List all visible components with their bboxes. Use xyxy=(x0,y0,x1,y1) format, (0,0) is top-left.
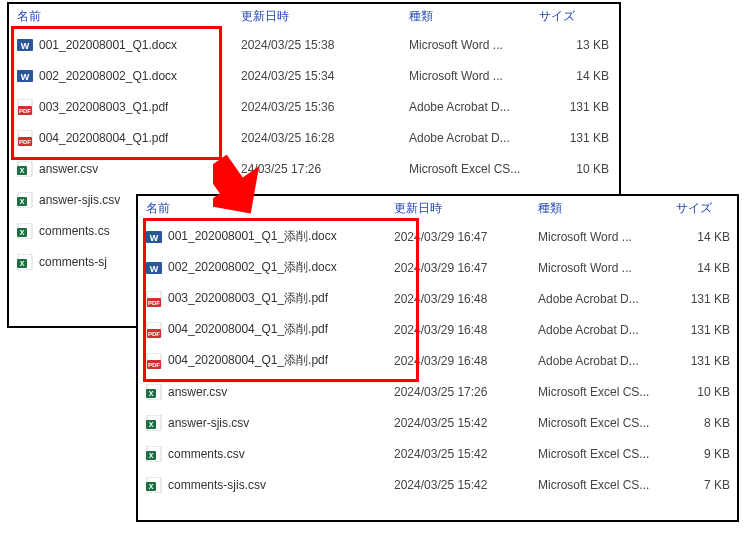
svg-text:X: X xyxy=(149,390,154,397)
file-date-cell: 2024/03/25 15:42 xyxy=(394,416,538,430)
file-name-cell[interactable]: PDF 004_202008004_Q1_添削.pdf xyxy=(146,352,394,369)
file-row[interactable]: X answer-sjis.csv2024/03/25 15:42Microso… xyxy=(138,407,737,438)
excel-icon: X xyxy=(17,161,33,177)
file-date-cell: 2024/03/29 16:48 xyxy=(394,292,538,306)
file-name-cell[interactable]: PDF 003_202008003_Q1_添削.pdf xyxy=(146,290,394,307)
svg-text:PDF: PDF xyxy=(148,331,160,337)
file-name-cell[interactable]: PDF 004_202008004_Q1_添削.pdf xyxy=(146,321,394,338)
file-date-cell: 2024/03/29 16:48 xyxy=(394,354,538,368)
file-size-cell: 131 KB xyxy=(676,323,736,337)
file-size-cell: 7 KB xyxy=(676,478,736,492)
file-name-label: answer-sjis.csv xyxy=(39,193,120,207)
svg-text:PDF: PDF xyxy=(148,362,160,368)
file-name-cell[interactable]: W 001_202008001_Q1_添削.docx xyxy=(146,228,394,245)
file-name-label: 002_202008002_Q1_添削.docx xyxy=(168,259,337,276)
file-name-label: comments-sj xyxy=(39,255,107,269)
file-name-label: comments.csv xyxy=(168,447,245,461)
file-name-cell[interactable]: X answer.csv xyxy=(146,384,394,400)
file-type-cell: Microsoft Excel CS... xyxy=(538,478,676,492)
column-header-type[interactable]: 種類 xyxy=(538,200,676,217)
file-name-cell[interactable]: W 001_202008001_Q1.docx xyxy=(17,37,241,53)
file-row[interactable]: X answer.csv24/03/25 17:26Microsoft Exce… xyxy=(9,153,619,184)
file-date-cell: 24/03/25 17:26 xyxy=(241,162,409,176)
word-icon: W xyxy=(146,260,162,276)
file-type-cell: Adobe Acrobat D... xyxy=(538,292,676,306)
column-header-date[interactable]: 更新日時 xyxy=(394,200,538,217)
file-row[interactable]: X comments.csv2024/03/25 15:42Microsoft … xyxy=(138,438,737,469)
file-size-cell: 131 KB xyxy=(676,354,736,368)
file-size-cell: 14 KB xyxy=(676,230,736,244)
file-name-label: answer.csv xyxy=(168,385,227,399)
pdf-icon: PDF xyxy=(17,99,33,115)
pdf-icon: PDF xyxy=(146,322,162,338)
file-row[interactable]: W 001_202008001_Q1_添削.docx2024/03/29 16:… xyxy=(138,221,737,252)
file-size-cell: 131 KB xyxy=(539,131,615,145)
column-header-size[interactable]: サイズ xyxy=(539,8,615,25)
column-header-name[interactable]: 名前 xyxy=(17,8,241,25)
column-header-name[interactable]: 名前 xyxy=(146,200,394,217)
word-icon: W xyxy=(17,68,33,84)
file-date-cell: 2024/03/25 17:26 xyxy=(394,385,538,399)
file-row[interactable]: PDF 003_202008003_Q1.pdf2024/03/25 15:36… xyxy=(9,91,619,122)
file-type-cell: Microsoft Excel CS... xyxy=(538,385,676,399)
file-name-cell[interactable]: X comments.csv xyxy=(146,446,394,462)
column-header-size[interactable]: サイズ xyxy=(676,200,736,217)
file-name-label: 003_202008003_Q1_添削.pdf xyxy=(168,290,328,307)
file-name-label: 004_202008004_Q1_添削.pdf xyxy=(168,352,328,369)
column-header-type[interactable]: 種類 xyxy=(409,8,539,25)
excel-icon: X xyxy=(146,446,162,462)
file-row[interactable]: W 002_202008002_Q1_添削.docx2024/03/29 16:… xyxy=(138,252,737,283)
svg-text:X: X xyxy=(149,452,154,459)
file-name-cell[interactable]: W 002_202008002_Q1.docx xyxy=(17,68,241,84)
file-type-cell: Microsoft Word ... xyxy=(538,261,676,275)
word-icon: W xyxy=(146,229,162,245)
file-row[interactable]: W 001_202008001_Q1.docx2024/03/25 15:38M… xyxy=(9,29,619,60)
svg-text:X: X xyxy=(20,229,25,236)
svg-text:PDF: PDF xyxy=(19,139,31,145)
file-date-cell: 2024/03/25 15:36 xyxy=(241,100,409,114)
excel-icon: X xyxy=(146,384,162,400)
file-type-cell: Adobe Acrobat D... xyxy=(538,354,676,368)
file-size-cell: 13 KB xyxy=(539,38,615,52)
column-header-row: 名前 更新日時 種類 サイズ xyxy=(9,4,619,29)
file-name-cell[interactable]: W 002_202008002_Q1_添削.docx xyxy=(146,259,394,276)
file-name-cell[interactable]: X answer-sjis.csv xyxy=(146,415,394,431)
file-date-cell: 2024/03/25 15:42 xyxy=(394,478,538,492)
file-name-label: comments.cs xyxy=(39,224,110,238)
file-type-cell: Microsoft Excel CS... xyxy=(409,162,539,176)
file-date-cell: 2024/03/29 16:47 xyxy=(394,261,538,275)
file-row[interactable]: X comments-sjis.csv2024/03/25 15:42Micro… xyxy=(138,469,737,500)
file-size-cell: 14 KB xyxy=(539,69,615,83)
file-name-label: 001_202008001_Q1.docx xyxy=(39,38,177,52)
file-type-cell: Adobe Acrobat D... xyxy=(409,100,539,114)
file-name-cell[interactable]: X comments-sjis.csv xyxy=(146,477,394,493)
file-name-label: 002_202008002_Q1.docx xyxy=(39,69,177,83)
file-size-cell: 10 KB xyxy=(676,385,736,399)
excel-icon: X xyxy=(17,192,33,208)
column-header-date[interactable]: 更新日時 xyxy=(241,8,409,25)
file-row[interactable]: W 002_202008002_Q1.docx2024/03/25 15:34M… xyxy=(9,60,619,91)
file-row[interactable]: PDF 004_202008004_Q1_添削.pdf2024/03/29 16… xyxy=(138,345,737,376)
file-row[interactable]: PDF 004_202008004_Q1_添削.pdf2024/03/29 16… xyxy=(138,314,737,345)
file-date-cell: 2024/03/29 16:48 xyxy=(394,323,538,337)
svg-text:W: W xyxy=(21,72,30,82)
file-name-cell[interactable]: PDF 003_202008003_Q1.pdf xyxy=(17,99,241,115)
file-type-cell: Microsoft Word ... xyxy=(538,230,676,244)
file-name-label: 003_202008003_Q1.pdf xyxy=(39,100,168,114)
file-list: W 001_202008001_Q1_添削.docx2024/03/29 16:… xyxy=(138,221,737,500)
file-row[interactable]: X answer.csv2024/03/25 17:26Microsoft Ex… xyxy=(138,376,737,407)
file-row[interactable]: PDF 003_202008003_Q1_添削.pdf2024/03/29 16… xyxy=(138,283,737,314)
file-explorer-window-after: 名前 更新日時 種類 サイズ W 001_202008001_Q1_添削.doc… xyxy=(136,194,739,522)
excel-icon: X xyxy=(146,415,162,431)
file-name-cell[interactable]: PDF 004_202008004_Q1.pdf xyxy=(17,130,241,146)
file-date-cell: 2024/03/25 15:42 xyxy=(394,447,538,461)
file-type-cell: Microsoft Excel CS... xyxy=(538,416,676,430)
file-name-label: 001_202008001_Q1_添削.docx xyxy=(168,228,337,245)
pdf-icon: PDF xyxy=(146,291,162,307)
file-size-cell: 8 KB xyxy=(676,416,736,430)
svg-text:W: W xyxy=(150,233,159,243)
file-name-cell[interactable]: X answer.csv xyxy=(17,161,241,177)
file-name-label: answer-sjis.csv xyxy=(168,416,249,430)
file-row[interactable]: PDF 004_202008004_Q1.pdf2024/03/25 16:28… xyxy=(9,122,619,153)
file-size-cell: 131 KB xyxy=(539,100,615,114)
